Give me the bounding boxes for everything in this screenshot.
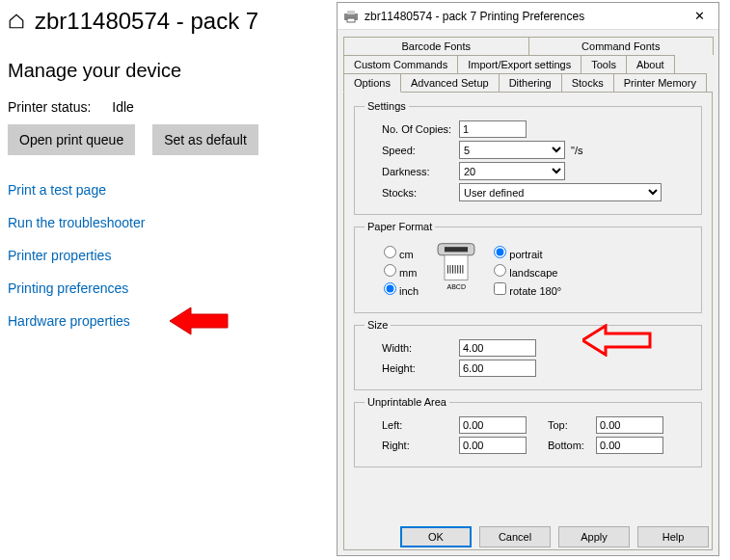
check-rotate[interactable]: rotate 180° [494,282,561,297]
paper-preview-icon: ABCD [432,242,480,290]
svg-rect-5 [445,247,468,252]
open-print-queue-button[interactable]: Open print queue [8,124,135,155]
speed-label: Speed: [382,145,459,156]
radio-cm[interactable]: cm [384,246,419,260]
svg-rect-2 [347,11,355,14]
copies-input[interactable] [459,120,527,138]
right-label: Right: [382,440,459,451]
tab-custom-commands[interactable]: Custom Commands [343,55,458,73]
settings-group: Settings No. Of Copies: Speed: 5 "/s Dar… [354,100,702,215]
tab-stocks[interactable]: Stocks [561,73,614,93]
radio-inch[interactable]: inch [384,282,419,297]
tab-printer-memory[interactable]: Printer Memory [613,73,707,93]
tab-about[interactable]: About [626,55,675,73]
link-print-test-page[interactable]: Print a test page [8,182,106,198]
radio-portrait[interactable]: portrait [494,246,561,260]
paper-format-group: Paper Format cm mm inch [354,221,702,313]
stocks-label: Stocks: [382,187,459,199]
radio-landscape[interactable]: landscape [494,264,561,279]
link-printing-preferences[interactable]: Printing preferences [8,280,128,296]
cancel-button[interactable]: Cancel [479,526,551,547]
help-button[interactable]: Help [637,526,709,547]
radio-mm[interactable]: mm [384,264,419,279]
printer-icon [343,10,359,23]
printing-preferences-dialog: zbr11480574 - pack 7 Printing Preference… [337,2,719,556]
link-run-troubleshooter[interactable]: Run the troubleshooter [8,215,145,230]
top-label: Top: [548,419,596,431]
tab-options[interactable]: Options [343,73,401,93]
page-title: zbr11480574 - pack 7 [35,8,258,35]
dialog-title: zbr11480574 - pack 7 Printing Preference… [365,10,687,23]
tab-tools[interactable]: Tools [581,55,627,73]
settings-legend: Settings [365,100,409,112]
link-hardware-properties[interactable]: Hardware properties [8,313,130,329]
stocks-select[interactable]: User defined [459,183,662,201]
svg-marker-14 [582,326,650,355]
left-input[interactable] [459,416,527,434]
darkness-label: Darkness: [382,166,459,177]
copies-label: No. Of Copies: [382,123,459,135]
speed-select[interactable]: 5 [459,141,565,159]
manage-subtitle: Manage your device [8,60,326,82]
speed-unit: "/s [571,145,582,156]
set-as-default-button[interactable]: Set as default [152,124,258,155]
width-input[interactable] [459,339,536,357]
printer-status-value: Idle [112,99,134,115]
tab-command-fonts[interactable]: Command Fonts [528,37,715,55]
link-printer-properties[interactable]: Printer properties [8,248,111,263]
tab-dithering[interactable]: Dithering [499,73,562,93]
home-icon[interactable] [8,13,25,30]
unprintable-group: Unprintable Area Left: Top: Right: Botto… [354,396,702,467]
paper-legend: Paper Format [365,221,435,232]
top-input[interactable] [596,416,663,434]
right-input[interactable] [459,437,527,454]
ok-button[interactable]: OK [400,526,472,547]
svg-rect-3 [347,18,355,22]
darkness-select[interactable]: 20 [459,162,565,180]
unprint-legend: Unprintable Area [365,396,449,408]
width-label: Width: [382,342,459,354]
left-label: Left: [382,419,459,431]
printer-status-label: Printer status: [8,99,91,115]
tab-import-export[interactable]: Import/Export settings [457,55,581,73]
annotation-arrow-right [582,324,652,357]
height-input[interactable] [459,360,536,377]
annotation-arrow-left [170,306,230,336]
tab-advanced-setup[interactable]: Advanced Setup [400,73,500,93]
svg-marker-0 [170,307,228,334]
apply-button[interactable]: Apply [558,526,630,547]
close-icon[interactable]: ✕ [687,7,713,25]
height-label: Height: [382,362,459,374]
tab-barcode-fonts[interactable]: Barcode Fonts [343,37,529,55]
bottom-input[interactable] [596,437,663,454]
bottom-label: Bottom: [548,440,596,451]
size-legend: Size [365,319,391,331]
